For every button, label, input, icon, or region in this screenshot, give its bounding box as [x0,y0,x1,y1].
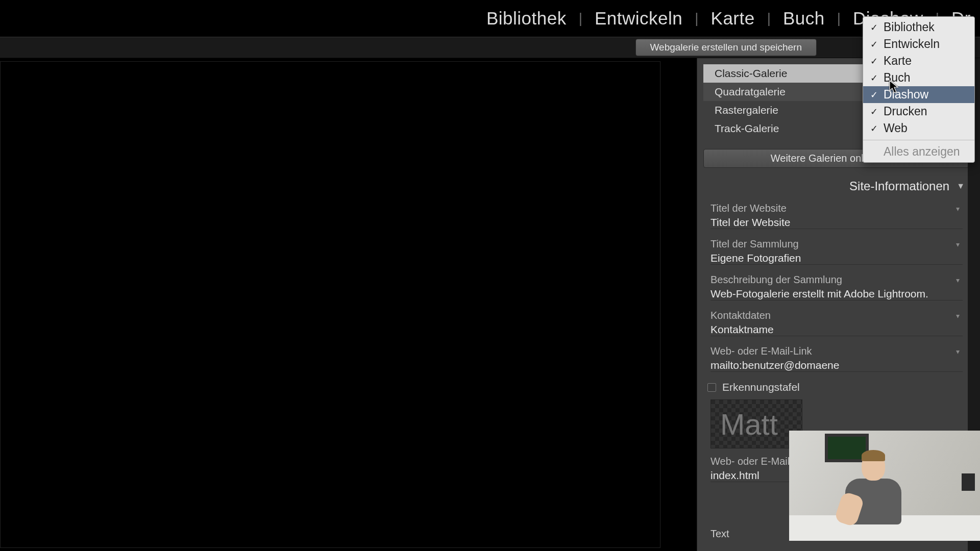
dd-item-label: Alles anzeigen [884,145,960,159]
dd-item-label: Web [884,121,908,135]
field-collection-desc-label: Beschreibung der Sammlung [710,274,842,286]
section-site-info-header[interactable]: Site-Informationen ▼ [697,168,980,199]
field-site-title-label: Titel der Website [710,203,787,214]
field-collection-desc-value[interactable]: Web-Fotogalerie erstellt mit Adobe Light… [710,286,963,300]
dd-item-show-all[interactable]: Alles anzeigen [863,143,974,160]
check-icon: ✓ [870,123,879,134]
module-library[interactable]: Bibliothek [483,8,570,29]
check-icon: ✓ [870,89,879,101]
module-separator: | [685,10,707,27]
checkbox-icon[interactable] [707,383,716,392]
dd-item-book[interactable]: ✓Buch [863,69,974,86]
field-contact-label: Kontaktdaten [710,310,771,321]
field-web-email-link-2-label: Web- oder E-Mail-Li [710,456,801,467]
field-web-email-link: Web- oder E-Mail-Link ▾ mailto:benutzer@… [710,345,963,372]
field-contact: Kontaktdaten ▾ Kontaktname [710,310,963,336]
module-separator: | [828,10,850,27]
field-collection-desc: Beschreibung der Sammlung ▾ Web-Fotogale… [710,274,963,300]
dd-item-web[interactable]: ✓Web [863,120,974,137]
check-icon: ✓ [870,39,879,50]
dd-item-label: Buch [884,71,910,85]
field-web-email-link-value[interactable]: mailto:benutzer@domaene [710,357,963,372]
preview-pane [0,58,664,551]
field-collection-title-value[interactable]: Eigene Fotografien [710,250,963,265]
caret-down-icon[interactable]: ▾ [956,205,960,213]
section-site-info-label: Site-Informationen [849,179,949,193]
dd-item-library[interactable]: ✓Bibliothek [863,19,974,36]
dd-item-label: Diashow [884,88,928,102]
dropdown-separator [863,140,974,140]
caret-down-icon[interactable]: ▾ [956,312,960,320]
caret-down-icon[interactable]: ▾ [956,347,960,356]
check-icon: ✓ [870,22,879,33]
check-icon: ✓ [870,56,879,67]
dd-item-slideshow[interactable]: ✓Diashow [863,86,974,103]
dd-item-map[interactable]: ✓Karte [863,53,974,69]
triangle-down-icon: ▼ [957,182,965,191]
field-web-email-link-label: Web- oder E-Mail-Link [710,345,812,357]
module-separator: | [570,10,592,27]
dd-item-print[interactable]: ✓Drucken [863,103,974,120]
webcam-overlay [789,431,980,541]
dd-item-label: Bibliothek [884,20,935,34]
dd-item-label: Karte [884,54,912,68]
field-site-title: Titel der Website ▾ Titel der Website [710,203,963,229]
identity-plate-checkbox-label: Erkennungstafel [722,381,800,393]
secondary-toolbar: Webgalerie erstellen und speichern [0,37,980,58]
field-site-title-value[interactable]: Titel der Website [710,214,963,229]
person-shape [840,450,906,527]
identity-plate-text: Matt [720,407,778,441]
dd-item-label: Drucken [884,105,927,118]
create-save-web-gallery-button[interactable]: Webgalerie erstellen und speichern [635,39,817,56]
field-collection-title: Titel der Sammlung ▾ Eigene Fotografien [710,238,963,265]
caret-down-icon[interactable]: ▾ [956,276,960,284]
module-develop[interactable]: Entwickeln [592,8,685,29]
module-bar: Bibliothek | Entwickeln | Karte | Buch |… [0,0,980,37]
caret-down-icon[interactable]: ▾ [956,240,960,248]
check-icon: ✓ [870,72,879,84]
wall-art-icon [962,473,975,491]
module-map[interactable]: Karte [708,8,758,29]
module-separator: | [758,10,780,27]
field-collection-title-label: Titel der Sammlung [710,238,799,250]
check-icon: ✓ [870,106,879,117]
color-text-label: Text [710,528,729,540]
field-contact-value[interactable]: Kontaktname [710,321,963,336]
preview-canvas[interactable] [0,61,660,548]
module-book[interactable]: Buch [780,8,828,29]
dd-item-label: Entwickeln [884,37,940,51]
module-visibility-dropdown[interactable]: ✓Bibliothek ✓Entwickeln ✓Karte ✓Buch ✓Di… [863,16,975,163]
dd-item-develop[interactable]: ✓Entwickeln [863,36,974,53]
identity-plate-checkbox-row[interactable]: Erkennungstafel [707,381,963,393]
